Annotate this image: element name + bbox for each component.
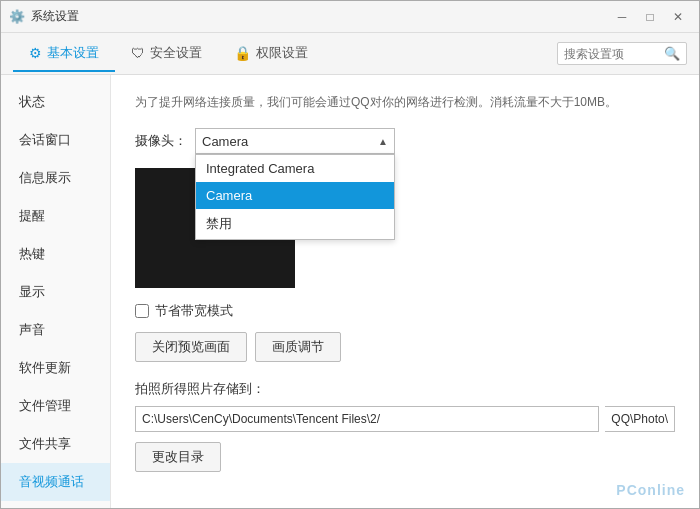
minimize-button[interactable]: ─ bbox=[609, 7, 635, 27]
bandwidth-mode-label: 节省带宽模式 bbox=[155, 302, 233, 320]
camera-select-wrapper: Camera ▲ Integrated Camera Camera 禁用 bbox=[195, 128, 395, 154]
save-path-value: C:\Users\CenCy\Documents\Tencent Files\2… bbox=[142, 412, 380, 426]
sidebar-bottom: ▲ bbox=[1, 501, 110, 508]
camera-form-row: 摄像头： Camera ▲ Integrated Camera Camera bbox=[135, 128, 675, 154]
sidebar-item-info-display[interactable]: 信息展示 bbox=[1, 159, 110, 197]
save-path-suffix: QQ\Photo\ bbox=[605, 406, 675, 432]
camera-option-camera[interactable]: Camera bbox=[196, 182, 394, 209]
camera-selected-value: Camera bbox=[202, 134, 248, 149]
titlebar-icon: ⚙️ bbox=[9, 9, 25, 25]
sidebar-item-av-call[interactable]: 音视频通话 bbox=[1, 463, 110, 501]
tab-basic-label: 基本设置 bbox=[47, 44, 99, 62]
tab-permissions[interactable]: 🔒 权限设置 bbox=[218, 36, 324, 72]
sidebar-item-display[interactable]: 显示 bbox=[1, 273, 110, 311]
sidebar-item-software-update[interactable]: 软件更新 bbox=[1, 349, 110, 387]
notice-text: 为了提升网络连接质量，我们可能会通过QQ对你的网络进行检测。消耗流量不大于10M… bbox=[135, 93, 675, 112]
bandwidth-mode-row: 节省带宽模式 bbox=[135, 302, 675, 320]
window: ⚙️ 系统设置 ─ □ ✕ ⚙ 基本设置 🛡 安全设置 🔒 权限设置 🔍 bbox=[0, 0, 700, 509]
change-dir-row: 更改目录 bbox=[135, 442, 675, 472]
titlebar-title: 系统设置 bbox=[31, 8, 609, 25]
search-input[interactable] bbox=[564, 47, 664, 61]
lock-icon: 🔒 bbox=[234, 45, 251, 61]
dropdown-arrow-icon: ▲ bbox=[378, 136, 388, 147]
close-preview-button[interactable]: 关闭预览画面 bbox=[135, 332, 247, 362]
sidebar-item-sound[interactable]: 声音 bbox=[1, 311, 110, 349]
search-icon: 🔍 bbox=[664, 46, 680, 61]
main-layout: 状态 会话窗口 信息展示 提醒 热键 显示 声音 软件更新 bbox=[1, 75, 699, 508]
tab-permissions-label: 权限设置 bbox=[256, 44, 308, 62]
tab-security-label: 安全设置 bbox=[150, 44, 202, 62]
titlebar-controls: ─ □ ✕ bbox=[609, 7, 691, 27]
tab-security[interactable]: 🛡 安全设置 bbox=[115, 36, 218, 72]
tab-basic[interactable]: ⚙ 基本设置 bbox=[13, 36, 115, 72]
shield-icon: 🛡 bbox=[131, 45, 145, 61]
sidebar: 状态 会话窗口 信息展示 提醒 热键 显示 声音 软件更新 bbox=[1, 75, 111, 508]
content-area: 为了提升网络连接质量，我们可能会通过QQ对你的网络进行检测。消耗流量不大于10M… bbox=[111, 75, 699, 508]
sidebar-item-status[interactable]: 状态 bbox=[1, 83, 110, 121]
sidebar-item-chat-window[interactable]: 会话窗口 bbox=[1, 121, 110, 159]
save-path-box: C:\Users\CenCy\Documents\Tencent Files\2… bbox=[135, 406, 599, 432]
sidebar-item-file-share[interactable]: 文件共享 bbox=[1, 425, 110, 463]
sidebar-item-hotkeys[interactable]: 热键 bbox=[1, 235, 110, 273]
close-button[interactable]: ✕ bbox=[665, 7, 691, 27]
search-box[interactable]: 🔍 bbox=[557, 42, 687, 65]
save-path-row: C:\Users\CenCy\Documents\Tencent Files\2… bbox=[135, 406, 675, 432]
sidebar-item-file-mgmt[interactable]: 文件管理 bbox=[1, 387, 110, 425]
camera-dropdown-menu: Integrated Camera Camera 禁用 bbox=[195, 154, 395, 240]
camera-label: 摄像头： bbox=[135, 132, 195, 150]
tabbar: ⚙ 基本设置 🛡 安全设置 🔒 权限设置 🔍 bbox=[1, 33, 699, 75]
sidebar-item-reminder[interactable]: 提醒 bbox=[1, 197, 110, 235]
preview-buttons-row: 关闭预览画面 画质调节 bbox=[135, 332, 675, 362]
bandwidth-mode-checkbox[interactable] bbox=[135, 304, 149, 318]
save-path-suffix-text: QQ\Photo\ bbox=[611, 412, 668, 426]
titlebar: ⚙️ 系统设置 ─ □ ✕ bbox=[1, 1, 699, 33]
quality-adjust-button[interactable]: 画质调节 bbox=[255, 332, 341, 362]
gear-icon: ⚙ bbox=[29, 45, 42, 61]
camera-select-trigger[interactable]: Camera ▲ bbox=[195, 128, 395, 154]
camera-option-disabled[interactable]: 禁用 bbox=[196, 209, 394, 239]
watermark: PConline bbox=[616, 482, 685, 498]
camera-option-integrated[interactable]: Integrated Camera bbox=[196, 155, 394, 182]
save-path-label: 拍照所得照片存储到： bbox=[135, 380, 675, 398]
maximize-button[interactable]: □ bbox=[637, 7, 663, 27]
change-dir-button[interactable]: 更改目录 bbox=[135, 442, 221, 472]
